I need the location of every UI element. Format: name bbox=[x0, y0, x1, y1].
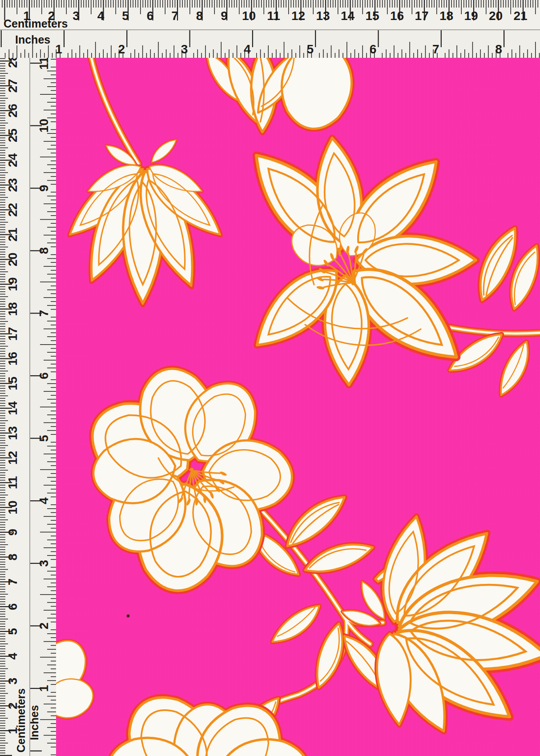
ruler-number: 18 bbox=[6, 302, 20, 316]
flower-mid-left bbox=[77, 360, 295, 595]
ruler-number: 2 bbox=[37, 623, 51, 630]
ruler-number: 3 bbox=[73, 9, 80, 23]
ruler-number: 14 bbox=[341, 9, 355, 23]
ruler-left-inches: Inches 1234567891011 bbox=[30, 58, 56, 756]
ruler-number: 5 bbox=[122, 9, 129, 23]
ruler-number: 22 bbox=[6, 203, 20, 217]
ruler-number: 7 bbox=[432, 42, 439, 56]
ruler-number: 26 bbox=[6, 104, 20, 117]
ruler-number: 6 bbox=[147, 9, 154, 23]
ruler-number: 3 bbox=[37, 560, 51, 567]
ruler-number: 15 bbox=[6, 377, 20, 390]
ruler-number: 16 bbox=[390, 9, 404, 23]
ruler-number: 9 bbox=[6, 529, 20, 536]
ruler-number: 14 bbox=[6, 401, 20, 415]
ruler-number: 2 bbox=[6, 702, 20, 709]
fabric-swatch-photo: Centimeters 1234567891011121314151617181… bbox=[0, 0, 540, 756]
fabric-swatch bbox=[56, 58, 540, 756]
ruler-number: 10 bbox=[6, 501, 20, 515]
ruler-number: 5 bbox=[6, 628, 20, 635]
ruler-number: 12 bbox=[291, 9, 305, 23]
ruler-number: 15 bbox=[365, 9, 379, 23]
ruler-number: 4 bbox=[6, 652, 20, 659]
ruler-number: 28 bbox=[6, 58, 20, 68]
ruler-number: 11 bbox=[6, 476, 20, 489]
ruler-number: 3 bbox=[6, 678, 20, 685]
ruler-number: 25 bbox=[6, 129, 20, 142]
ruler-number: 3 bbox=[181, 42, 188, 56]
ruler-number: 23 bbox=[6, 178, 20, 192]
ruler-number: 10 bbox=[37, 119, 51, 133]
ruler-number: 8 bbox=[495, 42, 502, 56]
ruler-label-inches-left: Inches bbox=[30, 705, 40, 740]
ruler-number: 1 bbox=[55, 42, 62, 56]
ruler-number: 11 bbox=[267, 9, 280, 23]
ruler-number: 1 bbox=[37, 685, 51, 692]
ruler-number: 27 bbox=[6, 79, 20, 92]
ruler-number: 13 bbox=[6, 426, 20, 440]
ruler-number: 18 bbox=[439, 9, 453, 23]
ruler-top-centimeters: Centimeters 1234567891011121314151617181… bbox=[0, 0, 540, 30]
ruler-top-in-scale: Inches 12345678 bbox=[0, 30, 540, 58]
ruler-number: 8 bbox=[6, 554, 20, 561]
ruler-top-inches: Inches 12345678 bbox=[0, 30, 540, 58]
ruler-number: 8 bbox=[196, 9, 203, 23]
floral-print bbox=[56, 58, 540, 756]
ruler-number: 1 bbox=[6, 727, 20, 734]
ruler-number: 4 bbox=[244, 42, 251, 56]
ruler-number: 7 bbox=[6, 579, 20, 586]
flower-top-left bbox=[60, 58, 230, 303]
ruler-number: 6 bbox=[370, 42, 377, 56]
ruler-number: 9 bbox=[221, 9, 228, 23]
ruler-number: 16 bbox=[6, 352, 20, 366]
fabric-speck bbox=[127, 615, 130, 618]
ruler-top-cm-scale: Centimeters 1234567891011121314151617181… bbox=[0, 0, 540, 30]
ruler-number: 7 bbox=[171, 9, 178, 23]
ruler-number: 17 bbox=[415, 9, 428, 23]
ruler-number: 2 bbox=[48, 9, 55, 23]
ruler-number: 5 bbox=[37, 435, 51, 442]
flower-large bbox=[238, 135, 476, 386]
ruler-number: 4 bbox=[97, 9, 105, 23]
ruler-number: 13 bbox=[316, 9, 330, 23]
ruler-number: 21 bbox=[513, 9, 527, 23]
ruler-number: 1 bbox=[23, 9, 30, 23]
ruler-number: 6 bbox=[6, 603, 20, 610]
ruler-number: 8 bbox=[37, 247, 51, 254]
ruler-number: 6 bbox=[37, 372, 51, 379]
ruler-number: 10 bbox=[242, 9, 256, 23]
ruler-number: 20 bbox=[489, 9, 503, 23]
ruler-left-in-scale: Inches 1234567891011 bbox=[30, 58, 56, 756]
ruler-number: 5 bbox=[306, 42, 314, 56]
ruler-left-cm-scale: Centimeters 1234567891011121314151617181… bbox=[0, 58, 30, 756]
ruler-number: 19 bbox=[464, 9, 478, 23]
flower-bottom-center bbox=[98, 680, 319, 756]
ruler-number: 4 bbox=[37, 497, 51, 504]
ruler-number: 21 bbox=[6, 228, 20, 241]
ruler-number: 2 bbox=[118, 42, 125, 56]
ruler-number: 24 bbox=[6, 153, 20, 167]
ruler-number: 7 bbox=[37, 310, 51, 317]
ruler-number: 12 bbox=[6, 451, 20, 465]
ruler-number: 9 bbox=[37, 185, 51, 192]
ruler-left-centimeters: Centimeters 1234567891011121314151617181… bbox=[0, 58, 30, 756]
flower-left-edge bbox=[56, 632, 97, 723]
ruler-number: 11 bbox=[37, 58, 51, 70]
ruler-number: 20 bbox=[6, 253, 20, 266]
top-edge-foliage bbox=[202, 58, 357, 133]
ruler-number: 19 bbox=[6, 277, 20, 291]
ruler-label-centimeters-top: Centimeters bbox=[4, 17, 68, 30]
ruler-label-centimeters-left: Centimeters bbox=[15, 688, 27, 753]
ruler-number: 17 bbox=[6, 327, 20, 341]
